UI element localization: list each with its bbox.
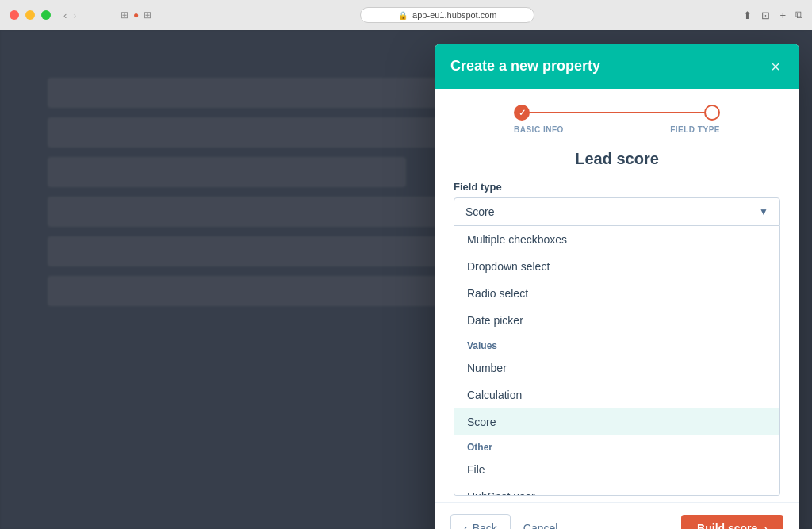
stepper: BASIC INFO FIELD TYPE [435,89,799,142]
lock-icon: 🔒 [398,11,408,20]
dropdown-item-date-picker[interactable]: Date picker [454,307,779,334]
build-score-button[interactable]: Build score › [681,515,783,529]
selected-field-type: Score [465,205,495,218]
bookmark-icon[interactable]: ⊡ [761,10,770,21]
nav-forward-icon: › [73,10,76,21]
window-icon[interactable]: ⧉ [795,9,802,21]
dropdown-item-dropdown-select[interactable]: Dropdown select [454,253,779,280]
back-button[interactable]: ‹ Back [450,514,511,529]
stepper-labels: BASIC INFO FIELD TYPE [514,125,720,134]
new-tab-icon[interactable]: + [779,10,786,21]
dropdown-item-score[interactable]: Score [454,408,779,435]
dropdown-item-calculation[interactable]: Calculation [454,381,779,408]
dropdown-item-radio-select[interactable]: Radio select [454,280,779,307]
group-label-values: Values [454,334,779,355]
apps-icon[interactable]: ⊞ [144,10,151,21]
modal-footer: ‹ Back Cancel Build score › [435,502,799,529]
browser-controls: ⬆ ⊡ + ⧉ [743,9,802,21]
dropdown-item-number[interactable]: Number [454,355,779,381]
dropdown-item-file[interactable]: File [454,456,779,483]
modal-title: Create a new property [450,58,600,75]
grid-icon[interactable]: ⊞ [121,10,128,21]
url-text: app-eu1.hubspot.com [412,10,496,20]
dropdown-item-hubspot-user[interactable]: HubSpot user [454,483,779,496]
close-button[interactable]: × [768,59,783,75]
build-score-label: Build score [697,522,757,529]
field-type-dropdown[interactable]: Score ▼ [454,197,780,226]
step1-label: BASIC INFO [514,125,564,134]
step2-circle [704,105,720,121]
share-icon[interactable]: ⬆ [743,10,752,21]
field-type-section: Field type Score ▼ [435,173,799,226]
property-name-title: Lead score [435,142,799,173]
back-label: Back [473,522,497,529]
dropdown-item-multiple-checkboxes[interactable]: Multiple checkboxes [454,226,779,253]
address-bar-container: 🔒 app-eu1.hubspot.com [158,7,737,23]
cancel-button[interactable]: Cancel [520,515,561,529]
step1-circle [514,105,530,121]
modal-header: Create a new property × [435,44,799,89]
nav-back-icon[interactable]: ‹ [63,10,67,21]
field-type-label: Field type [454,181,780,193]
create-property-modal: Create a new property × BASIC INFO FIELD… [435,44,799,529]
back-chevron-icon: ‹ [464,522,468,529]
maximize-dot[interactable] [41,10,51,20]
hubspot-icon: ● [133,10,139,21]
group-label-other: Other [454,435,779,456]
close-dot[interactable] [10,10,19,20]
step2-label: FIELD TYPE [670,125,720,134]
stepper-line [525,112,709,113]
stepper-track [514,105,720,121]
url-bar[interactable]: 🔒 app-eu1.hubspot.com [360,7,534,23]
titlebar: ‹ › ⊞ ● ⊞ 🔒 app-eu1.hubspot.com ⬆ ⊡ + ⧉ [0,0,812,30]
dropdown-arrow-icon: ▼ [759,206,768,217]
build-score-arrow-icon: › [764,522,768,529]
dropdown-list: Multiple checkboxes Dropdown select Radi… [454,226,780,496]
minimize-dot[interactable] [25,10,35,20]
